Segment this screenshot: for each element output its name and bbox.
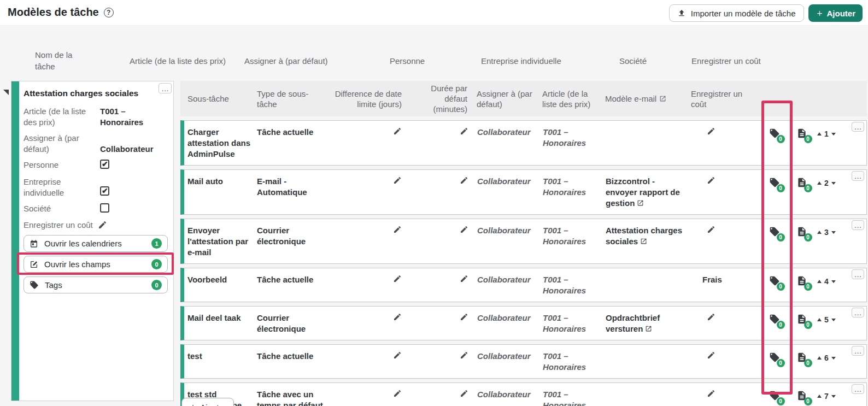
- edit-cost-icon[interactable]: [707, 176, 715, 185]
- edit-cost-icon[interactable]: [707, 225, 715, 234]
- external-link-icon[interactable]: [640, 238, 647, 245]
- move-up-icon[interactable]: [817, 356, 822, 360]
- tags-cell[interactable]: 0: [760, 313, 789, 325]
- email-template-cell[interactable]: Attestation charges sociales: [601, 225, 687, 247]
- edit-duration-icon[interactable]: [460, 274, 468, 283]
- edit-date-diff-icon[interactable]: [393, 274, 402, 283]
- move-up-icon[interactable]: [817, 132, 822, 136]
- edit-date-diff-icon[interactable]: [393, 313, 402, 321]
- company-checkbox[interactable]: ✔: [100, 203, 109, 213]
- order-control[interactable]: 5: [814, 313, 838, 325]
- move-up-icon[interactable]: [817, 181, 822, 185]
- add-subtask-button[interactable]: Ajouter: [181, 398, 234, 406]
- subtask-assignee: Collaborateur: [473, 351, 538, 362]
- order-dropdown-icon[interactable]: [831, 182, 836, 185]
- order-control[interactable]: 7: [814, 389, 838, 402]
- edit-duration-icon[interactable]: [460, 389, 468, 398]
- tags-cell[interactable]: 0: [760, 176, 789, 189]
- order-control[interactable]: 3: [814, 225, 838, 238]
- email-template-cell[interactable]: Opdrachtbrief versturen: [601, 313, 687, 334]
- subtask-row: test std tijdsduur type Tâche avec un te…: [180, 383, 867, 406]
- calendars-count-badge: 1: [151, 238, 162, 249]
- row-menu-button[interactable]: …: [852, 346, 864, 356]
- add-template-button[interactable]: Ajouter: [808, 4, 863, 22]
- order-control[interactable]: 6: [814, 351, 838, 363]
- order-dropdown-icon[interactable]: [831, 133, 836, 136]
- move-up-icon[interactable]: [817, 280, 822, 283]
- subtask-name: Mail deel taak: [184, 313, 253, 323]
- order-control[interactable]: 4: [814, 274, 838, 287]
- edit-date-diff-icon[interactable]: [393, 225, 402, 234]
- order-dropdown-icon[interactable]: [831, 231, 836, 234]
- top-bar-actions: Importer un modèle de tâche Ajouter: [669, 4, 863, 22]
- order-dropdown-icon[interactable]: [831, 395, 836, 398]
- row-menu-button[interactable]: …: [852, 122, 864, 132]
- edit-date-diff-icon[interactable]: [393, 389, 402, 398]
- documents-cell[interactable]: 0: [789, 389, 814, 402]
- tags-cell[interactable]: 0: [760, 389, 789, 402]
- edit-date-diff-icon[interactable]: [393, 127, 402, 136]
- external-link-icon[interactable]: [645, 325, 652, 332]
- documents-cell[interactable]: 0: [789, 176, 814, 189]
- row-menu-button[interactable]: …: [852, 269, 864, 279]
- order-number: 3: [824, 227, 829, 238]
- order-dropdown-icon[interactable]: [831, 357, 836, 360]
- edit-cost-icon[interactable]: [707, 313, 715, 321]
- row-menu-button[interactable]: …: [852, 220, 864, 230]
- field-assignee: Assigner à (par défaut) Collaborateur: [24, 133, 168, 155]
- order-control[interactable]: 2: [814, 176, 838, 189]
- edit-cost-icon[interactable]: [707, 127, 715, 136]
- edit-duration-icon[interactable]: [460, 351, 468, 360]
- edit-cost-icon[interactable]: [707, 389, 715, 398]
- sole-proprietorship-checkbox[interactable]: ✔: [100, 186, 109, 196]
- record-cost-cell: [687, 127, 760, 136]
- edit-duration-icon[interactable]: [460, 127, 468, 136]
- subtask-article: T001 – Honoraires: [538, 127, 601, 149]
- subtask-table: Sous-tâche Type de sous-tâche Difference…: [180, 81, 867, 406]
- documents-cell[interactable]: 0: [789, 313, 814, 325]
- import-template-button[interactable]: Importer un modèle de tâche: [669, 4, 804, 22]
- subtask-type: Tâche avec un temps par défaut: [253, 389, 328, 406]
- tags-cell[interactable]: 0: [760, 225, 789, 238]
- documents-cell[interactable]: 0: [789, 225, 814, 238]
- row-menu-button[interactable]: …: [852, 171, 864, 181]
- column-label-sole-proprietorship: Entreprise individuelle: [481, 55, 561, 67]
- open-fields-button[interactable]: Ouvrir les champs 0: [24, 256, 168, 273]
- subtask-row: Envoyer l'attestation par e-mail Courrie…: [180, 219, 867, 264]
- subtask-type: Courrier électronique: [253, 225, 328, 247]
- documents-cell[interactable]: 0: [789, 351, 814, 363]
- edit-cost-icon[interactable]: [707, 351, 715, 360]
- move-up-icon[interactable]: [817, 395, 822, 398]
- field-article: Article (de la liste des prix) T001 – Ho…: [24, 106, 168, 128]
- edit-date-diff-icon[interactable]: [393, 351, 402, 360]
- edit-cost-icon[interactable]: [98, 220, 107, 230]
- external-link-icon[interactable]: [637, 199, 644, 207]
- collapse-template-arrow-icon[interactable]: [3, 90, 9, 95]
- open-calendars-button[interactable]: Ouvrir les calendriers 1: [24, 235, 168, 252]
- subtask-row: Charger attestation dans AdminPulse Tâch…: [180, 120, 867, 166]
- move-up-icon[interactable]: [817, 318, 822, 321]
- edit-date-diff-icon[interactable]: [393, 176, 402, 185]
- row-menu-button[interactable]: …: [852, 384, 864, 394]
- move-up-icon[interactable]: [817, 231, 822, 234]
- help-icon[interactable]: ?: [104, 8, 114, 17]
- row-menu-button[interactable]: …: [852, 308, 864, 317]
- upload-icon: [677, 9, 686, 17]
- edit-duration-icon[interactable]: [460, 313, 468, 321]
- email-template-cell[interactable]: Bizzcontrol - envoyer rapport de gestion: [601, 176, 687, 209]
- subtask-row: Mail deel taak Courrier électronique Col…: [180, 306, 867, 340]
- tags-button[interactable]: Tags 0: [24, 276, 168, 293]
- documents-cell[interactable]: 0: [789, 274, 814, 287]
- person-checkbox[interactable]: ✔: [100, 160, 109, 169]
- edit-duration-icon[interactable]: [460, 176, 468, 185]
- tags-cell[interactable]: 0: [760, 351, 789, 363]
- header-date-diff: Difference de date limite (jours): [328, 86, 407, 111]
- tags-cell[interactable]: 0: [760, 127, 789, 139]
- tags-cell[interactable]: 0: [760, 274, 789, 287]
- order-dropdown-icon[interactable]: [831, 319, 836, 321]
- documents-cell[interactable]: 0: [789, 127, 814, 139]
- edit-duration-icon[interactable]: [460, 225, 468, 234]
- order-control[interactable]: 1: [814, 127, 838, 139]
- order-dropdown-icon[interactable]: [831, 280, 836, 283]
- top-bar: Modèles de tâche ? Importer un modèle de…: [0, 0, 868, 26]
